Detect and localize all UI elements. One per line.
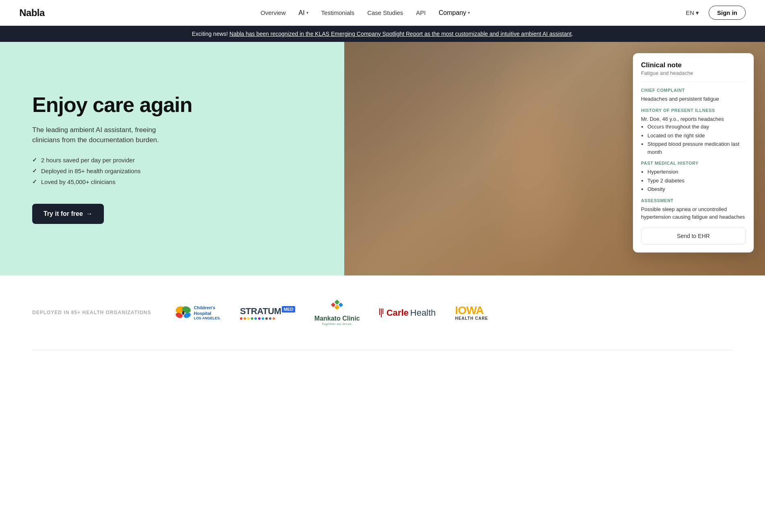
childrens-line1: Children's bbox=[194, 305, 221, 311]
card-title: Clinical note bbox=[641, 61, 746, 69]
checklist-item-3: ✓ Loved by 45,000+ clinicians bbox=[32, 178, 320, 185]
assessment-label: ASSESSMENT bbox=[641, 198, 746, 203]
stratum-dot bbox=[240, 317, 242, 320]
partners-label: DEPLOYED IN 85+ HEALTH ORGANIZATIONS bbox=[32, 309, 151, 316]
language-label: EN bbox=[686, 9, 694, 16]
hpi-bullets: Occurs throughout the day Located on the… bbox=[641, 123, 746, 156]
carle-text: Carle bbox=[387, 308, 409, 318]
stratum-dot bbox=[254, 317, 257, 320]
nav-item-testimonials[interactable]: Testimonials bbox=[321, 9, 355, 17]
stratum-dot bbox=[262, 317, 264, 320]
logo[interactable]: Nabla bbox=[19, 7, 45, 19]
nav-link-company-label: Company bbox=[439, 9, 466, 17]
svg-rect-6 bbox=[335, 300, 340, 305]
hpi-bullet-1: Occurs throughout the day bbox=[647, 123, 746, 131]
nav-right: EN ▾ Sign in bbox=[686, 6, 746, 20]
childrens-line3: LOS ANGELES. bbox=[194, 316, 221, 320]
partners-logos: Children's Hospital LOS ANGELES. STRATUM… bbox=[175, 300, 733, 326]
hero-checklist: ✓ 2 hours saved per day per provider ✓ D… bbox=[32, 157, 320, 189]
chief-complaint-label: CHIEF COMPLAINT bbox=[641, 88, 746, 93]
stratum-dot bbox=[251, 317, 253, 320]
chevron-down-icon: ▾ bbox=[306, 10, 308, 15]
nav-link-overview[interactable]: Overview bbox=[261, 9, 286, 16]
pmh-bullet-2: Type 2 diabetes bbox=[647, 177, 746, 185]
nav-dropdown-ai[interactable]: AI ▾ bbox=[298, 9, 308, 17]
carle-health-logo: Carle Health bbox=[379, 308, 436, 318]
pmh-bullet-3: Obesity bbox=[647, 185, 746, 193]
announcement-link[interactable]: Nabla has been recognized in the KLAS Em… bbox=[229, 31, 572, 37]
nav-link-testimonials[interactable]: Testimonials bbox=[321, 9, 355, 16]
iowa-health-logo: IOWA HEALTH CARE bbox=[455, 305, 488, 321]
nav-links: Overview AI ▾ Testimonials Case Studies … bbox=[261, 9, 470, 17]
logo-carle: Carle Health bbox=[379, 308, 436, 318]
chevron-down-icon: ▾ bbox=[468, 10, 470, 15]
clinical-note-card: Clinical note Fatigue and headache CHIEF… bbox=[633, 53, 754, 253]
nav-item-ai[interactable]: AI ▾ bbox=[298, 9, 308, 17]
logo-stratum: STRATUM MED bbox=[240, 306, 295, 320]
nav-link-case-studies[interactable]: Case Studies bbox=[367, 9, 403, 16]
card-divider bbox=[641, 82, 746, 82]
mankato-clinic-logo: Mankato Clinic Together we thrive. bbox=[314, 300, 360, 326]
pmh-bullet-1: Hypertension bbox=[647, 168, 746, 176]
check-icon-2: ✓ bbox=[32, 168, 37, 174]
checklist-text-1: 2 hours saved per day per provider bbox=[41, 157, 135, 164]
hero-right: Clinical note Fatigue and headache CHIEF… bbox=[344, 42, 765, 275]
assessment-content: Possible sleep apnea or uncontrolled hyp… bbox=[641, 205, 746, 221]
language-selector[interactable]: EN ▾ bbox=[686, 9, 699, 17]
hero-subtitle: The leading ambient AI assistant, freein… bbox=[32, 125, 185, 145]
card-subtitle: Fatigue and headache bbox=[641, 70, 746, 76]
partners-section: DEPLOYED IN 85+ HEALTH ORGANIZATIONS Chi… bbox=[0, 275, 765, 350]
carle-line-1 bbox=[379, 308, 380, 315]
hero-left: Enjoy care again The leading ambient AI … bbox=[0, 42, 344, 275]
hero-title: Enjoy care again bbox=[32, 93, 320, 116]
pmh-label: PAST MEDICAL HISTORY bbox=[641, 161, 746, 166]
stratum-logo: STRATUM MED bbox=[240, 306, 295, 320]
bottom-divider bbox=[32, 350, 733, 350]
stratum-dot bbox=[265, 317, 268, 320]
hpi-bullet-3: Stopped blood pressure medication last m… bbox=[647, 140, 746, 156]
logo-iowa: IOWA HEALTH CARE bbox=[455, 305, 488, 321]
stratum-dot bbox=[273, 317, 275, 320]
svg-point-4 bbox=[182, 311, 184, 315]
send-to-ehr-button[interactable]: Send to EHR bbox=[641, 228, 746, 244]
nav-item-case-studies[interactable]: Case Studies bbox=[367, 9, 403, 17]
stratum-dot bbox=[247, 317, 250, 320]
hpi-label: HISTORY OF PRESENT ILLNESS bbox=[641, 108, 746, 113]
checklist-item-2: ✓ Deployed in 85+ health organizations bbox=[32, 168, 320, 174]
checklist-text-2: Deployed in 85+ health organizations bbox=[41, 168, 141, 174]
svg-rect-7 bbox=[335, 305, 340, 310]
checklist-text-3: Loved by 45,000+ clinicians bbox=[41, 178, 116, 185]
logo-mankato: Mankato Clinic Together we thrive. bbox=[314, 300, 360, 326]
butterfly-icon bbox=[175, 306, 191, 320]
nav-link-ai-label: AI bbox=[298, 9, 304, 17]
svg-rect-9 bbox=[339, 302, 343, 307]
hpi-bullet-2: Located on the right side bbox=[647, 132, 746, 140]
pmh-bullets: Hypertension Type 2 diabetes Obesity bbox=[641, 168, 746, 193]
nav-item-api[interactable]: API bbox=[416, 9, 426, 17]
stratum-dot bbox=[258, 317, 261, 320]
nav-dropdown-company[interactable]: Company ▾ bbox=[439, 9, 470, 17]
mankato-name: Mankato Clinic bbox=[314, 315, 360, 322]
stratum-dot bbox=[244, 317, 246, 320]
chevron-down-icon: ▾ bbox=[696, 9, 699, 17]
stratum-med-badge: MED bbox=[282, 306, 295, 313]
announcement-suffix: . bbox=[572, 31, 573, 37]
iowa-sub: HEALTH CARE bbox=[455, 316, 488, 321]
childrens-hospital-logo: Children's Hospital LOS ANGELES. bbox=[175, 305, 221, 320]
nav-link-api[interactable]: API bbox=[416, 9, 426, 16]
hpi-intro: Mr. Doe, 46 y.o., reports headaches bbox=[641, 116, 724, 122]
nav-item-company[interactable]: Company ▾ bbox=[439, 9, 470, 17]
stratum-dots bbox=[240, 317, 295, 320]
try-it-for-free-button[interactable]: Try it for free → bbox=[32, 204, 104, 224]
sign-in-button[interactable]: Sign in bbox=[709, 6, 746, 20]
pmh-content: Hypertension Type 2 diabetes Obesity bbox=[641, 168, 746, 193]
carle-line-2 bbox=[381, 308, 382, 317]
hero-section: Enjoy care again The leading ambient AI … bbox=[0, 42, 765, 275]
hpi-content: Mr. Doe, 46 y.o., reports headaches Occu… bbox=[641, 115, 746, 156]
nav-item-overview[interactable]: Overview bbox=[261, 9, 286, 17]
logo-childrens-hospital: Children's Hospital LOS ANGELES. bbox=[175, 305, 221, 320]
partners-inner: DEPLOYED IN 85+ HEALTH ORGANIZATIONS Chi… bbox=[32, 300, 733, 326]
announcement-prefix: Exciting news! bbox=[192, 31, 227, 37]
carle-lines-icon bbox=[379, 308, 383, 317]
try-free-label: Try it for free bbox=[43, 210, 83, 217]
